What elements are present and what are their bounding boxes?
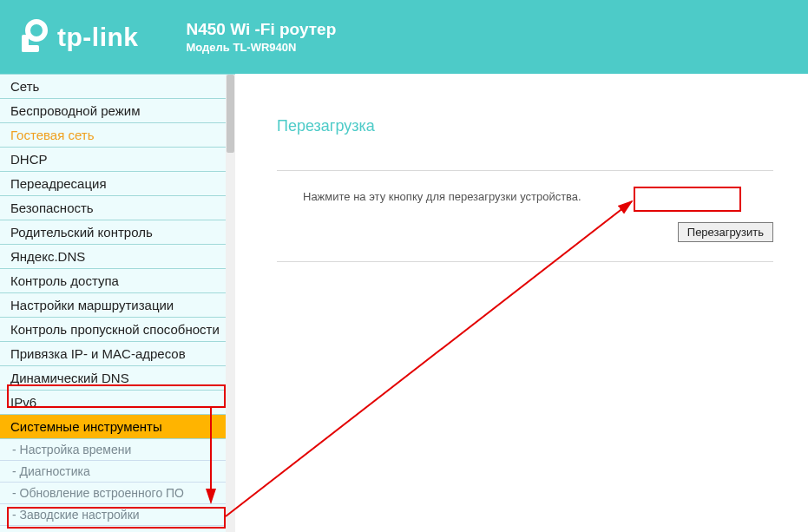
- sidebar-sub-time-settings[interactable]: - Настройка времени: [0, 439, 226, 461]
- sidebar-item-bandwidth-control[interactable]: Контроль пропускной способности: [0, 318, 226, 342]
- svg-point-0: [28, 22, 45, 39]
- button-row: Перезагрузить: [277, 222, 773, 242]
- sidebar-item-forwarding[interactable]: Переадресация: [0, 172, 226, 196]
- sidebar-item-routing[interactable]: Настройки маршрутизации: [0, 293, 226, 318]
- sidebar-sub-backup-restore[interactable]: - Резервная копия и восстановление: [0, 526, 226, 532]
- sidebar-item-yandex-dns[interactable]: Яндекс.DNS: [0, 245, 226, 269]
- content-area: Перезагрузка Нажмите на эту кнопку для п…: [235, 74, 808, 532]
- reboot-button[interactable]: Перезагрузить: [678, 222, 773, 242]
- sidebar-item-dhcp[interactable]: DHCP: [0, 148, 226, 172]
- sidebar-scrollbar[interactable]: [226, 75, 235, 532]
- header-info: N450 Wi -Fi роутер Модель TL-WR940N: [187, 20, 337, 54]
- product-title: N450 Wi -Fi роутер: [187, 20, 337, 39]
- sidebar-item-network[interactable]: Сеть: [0, 75, 226, 99]
- sidebar-item-system-tools[interactable]: Системные инструменты: [0, 415, 226, 439]
- divider-bottom: [277, 261, 773, 262]
- header: tp-link N450 Wi -Fi роутер Модель TL-WR9…: [0, 0, 808, 74]
- instruction-text: Нажмите на эту кнопку для перезагрузки у…: [303, 190, 773, 203]
- sidebar-item-security[interactable]: Безопасность: [0, 196, 226, 220]
- sidebar-item-guest-network[interactable]: Гостевая сеть: [0, 123, 226, 148]
- sidebar: Сеть Беспроводной режим Гостевая сеть DH…: [0, 75, 226, 532]
- sidebar-item-wireless[interactable]: Беспроводной режим: [0, 99, 226, 123]
- sidebar-item-ddns[interactable]: Динамический DNS: [0, 366, 226, 391]
- sidebar-sub-diagnostics[interactable]: - Диагностика: [0, 461, 226, 483]
- sidebar-item-ip-mac-binding[interactable]: Привязка IP- и MAC-адресов: [0, 342, 226, 366]
- brand-name: tp-link: [57, 23, 139, 52]
- sidebar-item-access-control[interactable]: Контроль доступа: [0, 269, 226, 293]
- sidebar-sub-factory-defaults[interactable]: - Заводские настройки: [0, 504, 226, 526]
- brand-logo: tp-link: [16, 19, 139, 56]
- divider-top: [277, 170, 773, 171]
- tplink-logo-icon: [16, 19, 52, 56]
- page-title: Перезагрузка: [277, 117, 773, 135]
- scrollbar-thumb[interactable]: [227, 75, 234, 153]
- svg-rect-2: [22, 45, 39, 52]
- sidebar-item-ipv6[interactable]: IPv6: [0, 391, 226, 415]
- sidebar-sub-firmware-upgrade[interactable]: - Обновление встроенного ПО: [0, 483, 226, 504]
- product-model: Модель TL-WR940N: [187, 41, 337, 54]
- sidebar-item-parental-control[interactable]: Родительский контроль: [0, 220, 226, 245]
- sidebar-container: Сеть Беспроводной режим Гостевая сеть DH…: [0, 74, 235, 532]
